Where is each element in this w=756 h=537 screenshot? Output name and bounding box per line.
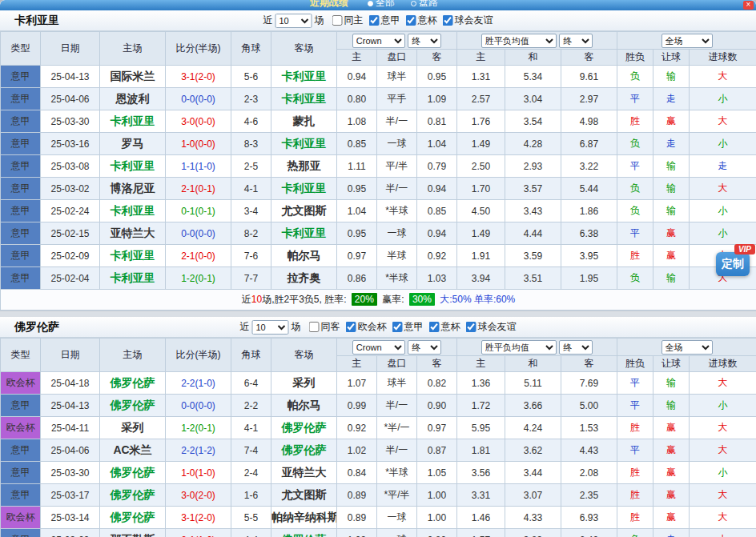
away-team-cell[interactable]: 卡利亚里 [271, 133, 337, 155]
recent-count-select[interactable]: 10 [252, 320, 289, 335]
home-team-cell[interactable]: 那不勒斯 [100, 529, 166, 537]
filter-checkbox-同主[interactable]: 同主 [332, 14, 364, 27]
odds-source-select[interactable]: Crown [352, 34, 405, 48]
recent-count-select[interactable]: 10 [275, 14, 312, 28]
avg-group-header: 胜平负均值 终 [457, 339, 617, 356]
away-team-cell[interactable]: 佛罗伦萨 [271, 529, 337, 537]
odds-final-select[interactable]: 终 [408, 340, 441, 355]
away-team-cell[interactable]: 卡利亚里 [271, 88, 337, 110]
avg-draw-cell: 3.07 [505, 484, 561, 507]
filter-checkbox-球会友谊[interactable]: 球会友谊 [466, 320, 517, 334]
date-cell: 25-03-14 [41, 507, 100, 529]
odds-handicap-cell: 半/一 [377, 178, 417, 200]
col-home: 主场 [100, 339, 166, 372]
home-team-cell[interactable]: 佛罗伦萨 [100, 462, 166, 484]
result-cell: 胜 [617, 417, 653, 439]
home-team-cell[interactable]: 卡利亚里 [100, 200, 166, 222]
odds-home-cell: 1.02 [337, 439, 377, 462]
home-team-cell[interactable]: 博洛尼亚 [100, 178, 166, 200]
home-team-cell[interactable]: 佛罗伦萨 [100, 395, 166, 417]
home-team-cell[interactable]: 国际米兰 [100, 66, 166, 88]
score-cell: 2-1(0-0) [166, 245, 231, 267]
home-team-cell[interactable]: 卡利亚里 [100, 110, 166, 133]
goals-result-cell: 大 [690, 372, 756, 395]
col-result: 胜负 [617, 50, 653, 66]
away-team-cell[interactable]: 热那亚 [271, 155, 337, 178]
score-cell: 1-0(1-0) [166, 462, 231, 484]
avg-odds-select[interactable]: 胜平负均值 [481, 340, 557, 355]
home-team-cell[interactable]: 卡利亚里 [100, 155, 166, 178]
away-team-cell[interactable]: 卡利亚里 [271, 178, 337, 200]
home-team-cell[interactable]: 恩波利 [100, 88, 166, 110]
checkbox-input[interactable] [443, 15, 453, 26]
home-team-cell[interactable]: 卡利亚里 [100, 245, 166, 267]
away-team-cell[interactable]: 帕尔马 [271, 245, 337, 267]
col-handicap-result: 让球 [653, 356, 690, 372]
team-section-2-titlebar: 佛罗伦萨 近 10 场 同客欧会杯意甲意杯球会友谊 [0, 317, 756, 338]
home-team-cell[interactable]: 佛罗伦萨 [100, 484, 166, 507]
away-team-cell[interactable]: 亚特兰大 [271, 462, 337, 484]
result-cell: 负 [617, 178, 653, 200]
scope-select[interactable]: 全场 [662, 34, 713, 48]
avg-final-select[interactable]: 终 [559, 340, 593, 355]
avg-odds-select[interactable]: 胜平负均值 [481, 34, 557, 48]
away-team-cell[interactable]: 尤文图斯 [271, 484, 337, 507]
away-team-cell[interactable]: 拉齐奥 [271, 267, 337, 290]
odds-source-select[interactable]: Crown [352, 340, 405, 355]
away-team-cell[interactable]: 采列 [271, 372, 337, 395]
checkbox-input[interactable] [309, 322, 320, 332]
home-team-cell[interactable]: 采列 [100, 417, 166, 439]
tab-handicap-road[interactable]: 盘路 [411, 0, 438, 8]
customize-button[interactable]: 定制 [716, 252, 750, 276]
filter-checkbox-意甲[interactable]: 意甲 [369, 14, 400, 27]
home-team-cell[interactable]: 佛罗伦萨 [100, 507, 166, 529]
close-icon[interactable]: × [743, 1, 754, 10]
away-team-cell[interactable]: 佛罗伦萨 [271, 439, 337, 462]
away-team-cell[interactable]: 尤文图斯 [271, 200, 337, 222]
vip-badge[interactable]: VIP [734, 244, 755, 254]
filter-checkbox-欧会杯[interactable]: 欧会杯 [346, 320, 387, 334]
filter-checkbox-意杯[interactable]: 意杯 [429, 320, 460, 334]
home-team-cell[interactable]: 佛罗伦萨 [100, 372, 166, 395]
filter-bar: 近 10 场 同客欧会杯意甲意杯球会友谊 [240, 320, 517, 335]
home-team-cell[interactable]: 罗马 [100, 133, 166, 155]
avg-final-select[interactable]: 终 [559, 34, 593, 48]
checkbox-input[interactable] [466, 322, 477, 332]
goals-result-cell: 小 [690, 200, 756, 222]
goals-result-cell: 大 [690, 439, 756, 462]
tab-all[interactable]: 全部 [368, 0, 395, 8]
filter-checkbox-意甲[interactable]: 意甲 [392, 320, 424, 334]
away-team-cell[interactable]: 帕尔马 [271, 395, 337, 417]
away-team-cell[interactable]: 蒙扎 [271, 110, 337, 133]
goals-result-cell: 走 [690, 155, 756, 178]
odds-final-select[interactable]: 终 [408, 34, 441, 48]
scope-select[interactable]: 全场 [662, 340, 713, 355]
filter-checkbox-球会友谊[interactable]: 球会友谊 [443, 14, 493, 27]
summary-part: 10 [251, 294, 262, 305]
away-team-cell[interactable]: 帕纳辛纳科斯1 [271, 507, 337, 529]
corners-cell: 4-4 [231, 529, 271, 537]
goals-result-cell: 大 [690, 417, 756, 439]
home-team-cell[interactable]: AC米兰 [100, 439, 166, 462]
odds-home-cell: 0.86 [337, 267, 377, 290]
away-team-cell[interactable]: 卡利亚里 [271, 222, 337, 245]
checkbox-input[interactable] [346, 322, 356, 332]
checkbox-input[interactable] [369, 15, 380, 26]
checkbox-input[interactable] [392, 322, 403, 332]
checkbox-input[interactable] [429, 322, 440, 332]
checkbox-input[interactable] [332, 15, 343, 26]
filter-checkbox-意杯[interactable]: 意杯 [406, 14, 437, 27]
games-label: 场 [292, 320, 301, 334]
odds-home-cell: 0.94 [337, 66, 377, 88]
checkbox-input[interactable] [406, 15, 416, 26]
home-team-cell[interactable]: 卡利亚里 [100, 267, 166, 290]
home-team-cell[interactable]: 亚特兰大 [100, 222, 166, 245]
avg-draw-cell: 3.59 [505, 245, 561, 267]
away-team-cell[interactable]: 卡利亚里 [271, 66, 337, 88]
away-team-cell[interactable]: 佛罗伦萨 [271, 417, 337, 439]
corners-cell: 4-6 [231, 110, 271, 133]
filter-checkbox-同客[interactable]: 同客 [309, 320, 340, 334]
goals-result-cell: 小 [690, 462, 756, 484]
col-goals: 进球数 [690, 50, 756, 66]
odds-away-cell: 0.80 [417, 529, 457, 537]
